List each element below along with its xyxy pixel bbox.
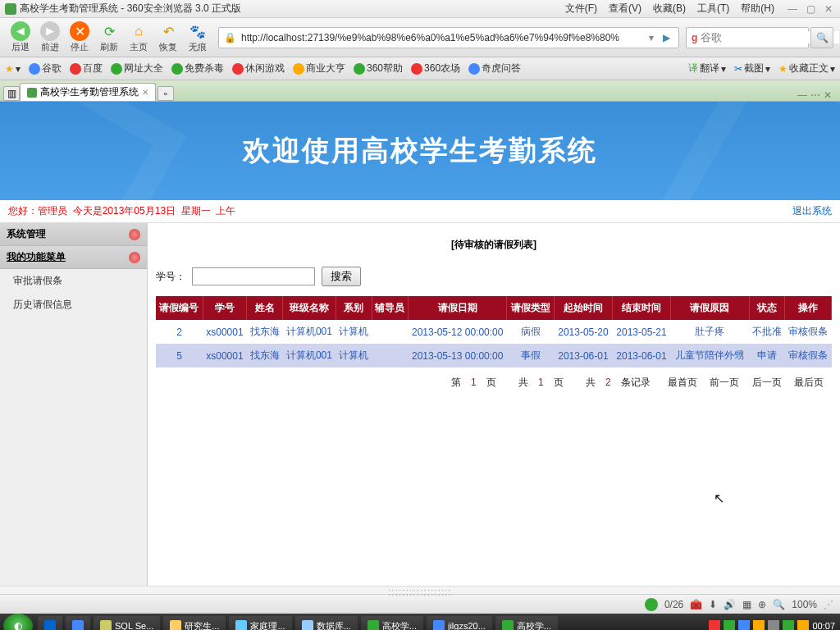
pager-first[interactable]: 最首页 xyxy=(668,377,697,388)
incognito-button[interactable]: 🐾无痕 xyxy=(184,21,212,53)
menubar: 文件(F) 查看(V) 收藏(B) 工具(T) 帮助(H) xyxy=(565,2,774,16)
menu-fav[interactable]: 收藏(B) xyxy=(653,2,686,16)
search-button-main[interactable]: 搜索 xyxy=(322,267,361,286)
bm-translate[interactable]: 译翻译▾ xyxy=(688,62,726,75)
tray-icon[interactable] xyxy=(738,620,750,630)
menu-tools[interactable]: 工具(T) xyxy=(697,2,729,16)
menu-view[interactable]: 查看(V) xyxy=(609,2,641,16)
back-button[interactable]: ◄后退 xyxy=(7,21,34,53)
window-title: 高校学生考勤管理系统 - 360安全浏览器 3.0 正式版 xyxy=(20,2,562,16)
table-header-row: 请假编号 学号 姓名 班级名称 系别 辅导员 请假日期 请假类型 起始时间 结束… xyxy=(156,296,832,320)
task-item[interactable]: SQL Se... xyxy=(94,616,160,630)
task-item[interactable]: 高校学... xyxy=(361,616,423,630)
task-item[interactable]: 研究生... xyxy=(163,616,226,630)
browser-toolbar: ◄后退 ►前进 ✕停止 ⟳刷新 ⌂主页 ↶恢复 🐾无痕 🔒 ▾ ▶ g 🔍 xyxy=(0,18,840,57)
os-taskbar: ◐ SQL Se... 研究生... 家庭理... 数据库... 高校学... … xyxy=(0,614,840,630)
task-item[interactable]: 家庭理... xyxy=(229,616,291,630)
google-icon: g xyxy=(692,32,697,43)
tab-x-icon[interactable]: ✕ xyxy=(824,89,832,101)
tray-icon[interactable] xyxy=(797,620,809,630)
sidebar-item-history[interactable]: 历史请假信息 xyxy=(0,293,147,317)
task-item[interactable]: 数据库... xyxy=(295,616,358,630)
list-title: [待审核的请假列表] xyxy=(156,233,832,263)
menu-file[interactable]: 文件(F) xyxy=(565,2,597,16)
sidebar-item-approve[interactable]: 审批请假条 xyxy=(0,269,147,293)
sidebar-toggle[interactable]: ▥ xyxy=(3,86,20,101)
zoom-out-icon[interactable]: 🔍 xyxy=(773,599,785,610)
url-input[interactable] xyxy=(241,32,644,43)
quick-launch[interactable] xyxy=(38,616,62,630)
block-count: 0/26 xyxy=(664,599,683,610)
tab-title: 高校学生考勤管理系统 xyxy=(40,85,139,99)
hello-text: 您好：管理员 xyxy=(8,204,67,218)
address-bar[interactable]: 🔒 ▾ ▶ xyxy=(218,27,679,48)
splitter[interactable]: :::::::::::::::::: xyxy=(0,586,840,594)
app-icon xyxy=(5,3,16,15)
new-tab-button[interactable]: ▫ xyxy=(158,86,174,101)
sidebar-group-my[interactable]: 我的功能菜单 xyxy=(0,246,147,269)
task-item[interactable]: jilgzs20... xyxy=(427,616,492,630)
tab-more-icon[interactable]: ⋯ xyxy=(810,89,820,101)
resize-grip-icon[interactable]: ⋰ xyxy=(824,599,833,610)
menu-help[interactable]: 帮助(H) xyxy=(741,2,774,16)
bm-farm[interactable]: 360农场 xyxy=(411,62,460,75)
bm-dir[interactable]: 网址大全 xyxy=(111,62,163,75)
task-item[interactable]: 高校学... xyxy=(495,616,558,630)
gear-icon xyxy=(129,252,140,263)
tab-close-icon[interactable]: ✕ xyxy=(142,88,148,97)
stop-button[interactable]: ✕停止 xyxy=(66,21,94,53)
start-button[interactable]: ◐ xyxy=(3,614,33,630)
ampm-text: 上午 xyxy=(216,204,235,218)
cpu-icon[interactable]: ▦ xyxy=(742,599,751,610)
tray-icon[interactable] xyxy=(768,620,779,630)
restore-button[interactable]: ↶恢复 xyxy=(154,21,182,53)
logout-link[interactable]: 退出系统 xyxy=(792,204,832,218)
tray-icon[interactable] xyxy=(724,620,735,630)
forward-button[interactable]: ►前进 xyxy=(36,21,64,53)
bm-baidu[interactable]: 百度 xyxy=(70,62,103,75)
maximize-button[interactable]: ▢ xyxy=(804,2,817,16)
download-icon[interactable]: ⬇ xyxy=(709,599,717,610)
review-link[interactable]: 审核假条 xyxy=(788,326,828,337)
shield-icon[interactable] xyxy=(645,598,658,611)
quick-launch[interactable] xyxy=(66,616,90,630)
pager-prev[interactable]: 前一页 xyxy=(710,377,739,388)
clock[interactable]: 00:07 xyxy=(812,621,835,630)
minimize-button[interactable]: — xyxy=(786,2,799,16)
mode-icon[interactable]: ⊕ xyxy=(758,599,766,610)
pager-last[interactable]: 最后页 xyxy=(794,377,824,388)
bm-game[interactable]: 休闲游戏 xyxy=(232,62,285,75)
tab-min-icon[interactable]: — xyxy=(797,89,807,101)
close-button[interactable]: ✕ xyxy=(822,2,835,16)
speaker-icon[interactable]: 🔊 xyxy=(724,599,736,610)
bm-av[interactable]: 免费杀毒 xyxy=(171,62,224,75)
tray-icon[interactable] xyxy=(753,620,765,630)
bm-biz[interactable]: 商业大亨 xyxy=(293,62,345,75)
tray-icon[interactable] xyxy=(783,620,794,630)
pager-next[interactable]: 后一页 xyxy=(752,377,782,388)
go-button[interactable]: ▶ xyxy=(659,32,673,43)
bm-google[interactable]: 谷歌 xyxy=(29,62,62,75)
bm-qa[interactable]: 奇虎问答 xyxy=(468,62,521,75)
tray-icon[interactable] xyxy=(709,620,720,630)
banner: 欢迎使用高校学生考勤系统 xyxy=(0,102,840,200)
dropdown-icon[interactable]: ▾ xyxy=(649,32,654,43)
bm-screenshot[interactable]: ✂截图▾ xyxy=(734,62,770,75)
student-id-input[interactable] xyxy=(192,267,315,285)
review-link[interactable]: 审核假条 xyxy=(788,349,828,361)
refresh-button[interactable]: ⟳刷新 xyxy=(95,21,123,53)
bm-add[interactable]: ★▾ xyxy=(5,63,21,75)
tools-icon[interactable]: 🧰 xyxy=(690,599,702,610)
page-content: 欢迎使用高校学生考勤系统 您好：管理员 今天是2013年05月13日 星期一 上… xyxy=(0,102,840,586)
tab-main[interactable]: 高校学生考勤管理系统 ✕ xyxy=(20,83,156,101)
search-button[interactable]: 🔍 xyxy=(810,27,833,48)
home-button[interactable]: ⌂主页 xyxy=(125,21,153,53)
main-panel: [待审核的请假列表] 学号： 搜索 请假编号 学号 姓名 班级名称 系别 辅导员… xyxy=(148,223,840,586)
search-engine-box[interactable]: g xyxy=(686,27,809,48)
zoom-text: 100% xyxy=(792,599,817,610)
tab-strip: ▥ 高校学生考勤管理系统 ✕ ▫ — ⋯ ✕ xyxy=(0,80,840,102)
sidebar-group-system[interactable]: 系统管理 xyxy=(0,223,147,246)
table-row: 2xs00001找东海 计算机001计算机 2013-05-12 00:00:0… xyxy=(156,320,832,344)
bm-help[interactable]: 360帮助 xyxy=(354,62,403,75)
bm-addfav[interactable]: ★收藏正文▾ xyxy=(778,62,835,75)
